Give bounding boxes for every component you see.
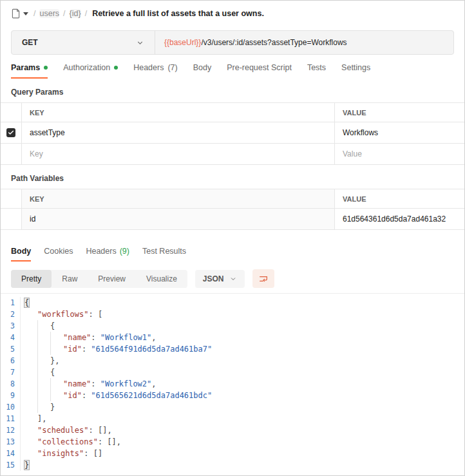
view-mode-visualize[interactable]: Visualize (136, 270, 187, 288)
code-text: } (21, 401, 55, 413)
tab-params[interactable]: Params (11, 63, 48, 79)
line-number: 10 (1, 401, 20, 413)
param-key-input[interactable]: assetType (22, 122, 335, 143)
tab-body[interactable]: Body (193, 63, 212, 79)
breadcrumb-item-users[interactable]: users (39, 9, 59, 18)
tab-pre-request-script[interactable]: Pre-request Script (227, 63, 292, 79)
tab-cookies[interactable]: Cookies (44, 247, 73, 262)
code-text: ], (21, 413, 46, 424)
line-number: 3 (1, 320, 20, 332)
text-wrap-icon (258, 274, 269, 284)
view-mode-raw[interactable]: Raw (52, 270, 88, 288)
breadcrumb-separator: / (85, 9, 87, 18)
line-number: 1 (1, 297, 20, 309)
tab-test-results[interactable]: Test Results (142, 247, 186, 262)
tab-label: Settings (341, 63, 370, 72)
code-text: "name": "Workflow2", (21, 378, 157, 390)
code-line: 12"schedules": [], (1, 424, 464, 436)
code-text: "workflows": [ (21, 309, 102, 320)
checkbox-column-header (1, 189, 22, 208)
param-value-input[interactable]: Value (335, 144, 464, 164)
tab-tests[interactable]: Tests (307, 63, 326, 79)
line-number: 13 (1, 436, 20, 448)
query-params-table: KEY VALUE assetType Workflows Key Value (1, 102, 464, 165)
checkbox-cell-empty (1, 144, 22, 164)
code-text: "name": "Workflow1", (21, 332, 157, 343)
path-variables-heading: Path Variables (11, 174, 454, 183)
method-select[interactable]: GET (12, 31, 155, 54)
line-number: 7 (1, 367, 20, 378)
code-text: "schedules": [], (21, 424, 112, 436)
request-tabs: Params Authorization Headers (7) Body Pr… (11, 63, 454, 79)
tab-label: Test Results (142, 247, 186, 256)
tab-headers[interactable]: Headers (7) (133, 63, 178, 79)
request-url-bar: GET {{baseUrl}}/v3/users/:id/assets?asse… (11, 30, 454, 55)
breadcrumb-separator: / (33, 9, 35, 18)
path-key: id (22, 209, 335, 229)
code-text: "insights": [] (21, 448, 102, 459)
line-number: 5 (1, 343, 20, 355)
view-mode-preview[interactable]: Preview (88, 270, 136, 288)
tab-label: Authorization (63, 63, 110, 72)
response-toolbar: Pretty Raw Preview Visualize JSON (11, 269, 454, 288)
url-input[interactable]: {{baseUrl}}/v3/users/:id/assets?assetTyp… (155, 38, 356, 47)
request-title: Retrieve a full list of assets that a us… (92, 9, 264, 18)
tab-label: Cookies (44, 247, 73, 256)
breadcrumb-item-id[interactable]: {id} (70, 9, 81, 18)
code-text: { (21, 320, 55, 332)
code-text: "id": "61d565621d6d5da7ad461bdc" (21, 390, 212, 401)
table-header-row: KEY VALUE (1, 103, 464, 122)
line-number: 4 (1, 332, 20, 343)
query-params-heading: Query Params (11, 88, 454, 97)
code-line: 10} (1, 401, 464, 413)
url-base-variable: {{baseUrl}} (164, 38, 201, 47)
postman-request-panel: / users / {id} / Retrieve a full list of… (0, 0, 465, 476)
code-line: 7{ (1, 367, 464, 378)
code-text: { (21, 297, 29, 309)
table-row: assetType Workflows (1, 122, 464, 144)
param-key-input[interactable]: Key (22, 144, 335, 164)
view-mode-pretty[interactable]: Pretty (11, 270, 52, 288)
headers-count: (7) (167, 63, 177, 72)
tab-settings[interactable]: Settings (341, 63, 370, 79)
code-line: 2"workflows": [ (1, 309, 464, 320)
code-text: "collections": [], (21, 436, 121, 448)
code-line: 6}, (1, 355, 464, 367)
format-select[interactable]: JSON (195, 270, 245, 288)
path-value-input[interactable]: 61d564361d6d5da7ad461a32 (335, 209, 464, 229)
code-line: 15} (1, 459, 464, 471)
code-line: 9"id": "61d565621d6d5da7ad461bdc" (1, 390, 464, 401)
wrap-text-button[interactable] (252, 269, 274, 288)
code-text: } (21, 459, 29, 471)
tab-label: Tests (307, 63, 326, 72)
code-line: 1{ (1, 297, 464, 309)
tab-response-headers[interactable]: Headers (9) (86, 247, 129, 262)
code-lines: 1{2"workflows": [3{4"name": "Workflow1",… (1, 297, 464, 471)
table-row-empty: Key Value (1, 144, 464, 165)
row-enabled-checkbox[interactable] (6, 128, 15, 137)
key-column-header: KEY (22, 189, 335, 208)
breadcrumb: / users / {id} / Retrieve a full list of… (1, 1, 464, 24)
key-column-header: KEY (22, 103, 335, 122)
tab-response-body[interactable]: Body (11, 247, 31, 262)
tab-label: Pre-request Script (227, 63, 292, 72)
table-header-row: KEY VALUE (1, 189, 464, 209)
breadcrumb-separator: / (63, 9, 65, 18)
check-icon (8, 129, 14, 136)
line-number: 12 (1, 424, 20, 436)
response-headers-count: (9) (120, 247, 129, 256)
chevron-down-icon (136, 39, 144, 47)
code-line: 5"id": "61d564f91d6d5da7ad461ba7" (1, 343, 464, 355)
code-line: 14"insights": [] (1, 448, 464, 459)
line-number: 11 (1, 413, 20, 424)
chevron-down-icon[interactable] (23, 12, 28, 15)
param-value-input[interactable]: Workflows (335, 122, 464, 143)
url-path: /v3/users/:id/assets?assetType=Workflows (201, 38, 346, 47)
code-line: 3{ (1, 320, 464, 332)
tab-authorization[interactable]: Authorization (63, 63, 118, 79)
file-icon[interactable] (11, 8, 21, 19)
configured-dot (44, 66, 48, 70)
code-text: }, (21, 355, 59, 367)
value-column-header: VALUE (335, 189, 464, 208)
configured-dot (114, 66, 118, 70)
